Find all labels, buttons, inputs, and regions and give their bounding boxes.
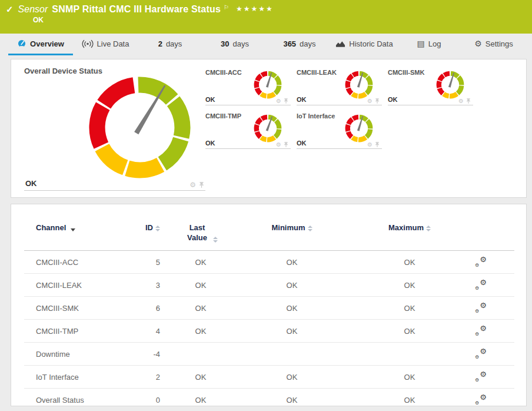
- tab-label: Live Data: [97, 39, 129, 48]
- status-check-icon: ✓: [6, 4, 14, 15]
- channel-maximum: OK: [351, 273, 468, 296]
- sensor-header: ✓ Sensor SNMP Rittal CMC III Hardware St…: [0, 0, 532, 34]
- channel-gauge: [435, 69, 466, 100]
- sort-arrows-icon: [213, 237, 218, 243]
- pin-icon[interactable]: [375, 98, 380, 104]
- channel-gauge-tile: CMCIII-SMK OK ⚙: [388, 68, 473, 105]
- channels-table: Channel ID Last Value: [24, 220, 514, 411]
- channel-name[interactable]: IoT Interface: [24, 365, 133, 388]
- gear-icon[interactable]: ⚙: [189, 181, 196, 188]
- page-title: SNMP Rittal CMC III Hardware Status: [52, 4, 221, 15]
- column-header-maximum[interactable]: Maximum: [351, 220, 468, 250]
- channel-gauges-grid: CMCIII-ACC OK ⚙ CMCIII-LEAK OK ⚙ CMCIII-…: [205, 68, 473, 149]
- tab-2-days[interactable]: 2 days: [138, 34, 202, 55]
- channel-settings-gears-icon[interactable]: ⚙⚙: [475, 349, 487, 358]
- flag-icon[interactable]: ⚐: [224, 4, 229, 11]
- table-row: CMCIII-LEAK 3 OK OK OK ⚙⚙: [24, 273, 514, 296]
- tab-365-days[interactable]: 365 days: [267, 34, 332, 55]
- tab-log[interactable]: ▤ Log: [397, 34, 461, 55]
- channel-minimum: OK: [233, 273, 351, 296]
- tab-30-days[interactable]: 30 days: [202, 34, 267, 55]
- channel-name[interactable]: Overall Status: [24, 388, 133, 411]
- channel-name[interactable]: CMCIII-ACC: [24, 250, 133, 273]
- tile-status: OK: [25, 179, 37, 188]
- gear-icon[interactable]: ⚙: [276, 142, 281, 148]
- channel-maximum: OK: [351, 250, 468, 273]
- channel-settings-gears-icon[interactable]: ⚙⚙: [475, 326, 487, 335]
- priority-stars[interactable]: ★★★★★: [236, 5, 274, 13]
- gear-icon[interactable]: ⚙: [276, 98, 281, 104]
- object-kind-label: Sensor: [18, 4, 48, 15]
- column-header-channel[interactable]: Channel: [24, 220, 133, 250]
- channel-settings-gears-icon[interactable]: ⚙⚙: [475, 280, 487, 289]
- table-row: CMCIII-ACC 5 OK OK OK ⚙⚙: [24, 250, 514, 273]
- column-label: ID: [145, 223, 153, 232]
- tab-label: Historic Data: [349, 39, 393, 48]
- tile-status: OK: [297, 96, 307, 103]
- channel-id: 3: [133, 273, 168, 296]
- channel-gauge: [344, 69, 374, 100]
- channels-table-panel: Channel ID Last Value: [11, 204, 527, 406]
- channel-last-value: OK: [168, 319, 233, 342]
- channel-settings-gears-icon[interactable]: ⚙⚙: [475, 257, 487, 266]
- pin-icon[interactable]: [284, 98, 288, 104]
- channel-settings-gears-icon[interactable]: ⚙⚙: [475, 303, 487, 312]
- tab-historic-data[interactable]: Historic Data: [332, 34, 397, 55]
- channel-id: 6: [133, 296, 168, 319]
- sort-arrows-icon: [308, 226, 312, 231]
- column-header-id[interactable]: ID: [133, 220, 168, 250]
- pin-icon[interactable]: [466, 98, 471, 104]
- tab-label: days: [300, 39, 315, 48]
- gear-icon[interactable]: ⚙: [458, 98, 464, 104]
- channel-last-value: OK: [168, 296, 233, 319]
- overall-status-tile: Overall Device Status OK ⚙: [24, 67, 205, 191]
- table-row: IoT Interface 2 OK OK OK ⚙⚙: [24, 365, 514, 388]
- tab-label: days: [166, 39, 182, 48]
- gear-icon[interactable]: ⚙: [367, 98, 373, 104]
- channel-last-value: [168, 342, 233, 365]
- channel-gauge: [252, 113, 283, 144]
- column-header-minimum[interactable]: Minimum: [233, 220, 351, 250]
- channel-maximum: [351, 342, 468, 365]
- tab-number: 365: [283, 39, 296, 48]
- pin-icon[interactable]: [284, 141, 288, 148]
- channel-gauge-tile: CMCIII-ACC OK ⚙: [205, 68, 291, 105]
- channel-gauge-tile: CMCIII-LEAK OK ⚙: [297, 68, 382, 105]
- channel-name[interactable]: Downtime: [24, 342, 133, 365]
- tab-live-data[interactable]: Live Data: [73, 34, 138, 55]
- channel-gauge-tile: IoT Interface OK ⚙: [297, 111, 382, 149]
- channel-minimum: [233, 342, 351, 365]
- channel-id: 2: [133, 365, 168, 388]
- tab-settings[interactable]: ⚙ Settings: [461, 34, 526, 55]
- channel-settings-gears-icon[interactable]: ⚙⚙: [475, 395, 487, 404]
- channel-name[interactable]: CMCIII-LEAK: [24, 273, 133, 296]
- column-header-actions: [468, 220, 514, 250]
- column-label: Channel: [36, 223, 66, 232]
- channel-name[interactable]: CMCIII-TMP: [24, 319, 133, 342]
- channel-minimum: OK: [233, 388, 351, 411]
- sort-arrows-icon: [426, 226, 431, 231]
- pin-icon[interactable]: [375, 141, 380, 148]
- gauge-icon: [17, 39, 26, 48]
- channel-maximum: OK: [351, 296, 468, 319]
- tile-status: OK: [205, 96, 215, 103]
- pin-icon[interactable]: [199, 181, 204, 188]
- channel-gauge-tile: CMCIII-TMP OK ⚙: [205, 111, 291, 149]
- tab-label: days: [233, 39, 249, 48]
- table-row: Downtime -4 ⚙⚙: [24, 342, 514, 365]
- prtg-sensor-page: ✓ Sensor SNMP Rittal CMC III Hardware St…: [0, 0, 532, 411]
- channel-last-value: OK: [168, 365, 233, 388]
- channel-minimum: OK: [233, 319, 351, 342]
- gear-icon: ⚙: [474, 39, 482, 48]
- column-header-last-value[interactable]: Last Value: [168, 220, 233, 250]
- column-label: Maximum: [388, 223, 424, 232]
- channel-last-value: OK: [168, 273, 233, 296]
- channel-settings-gears-icon[interactable]: ⚙⚙: [475, 372, 487, 381]
- channel-gauge: [252, 69, 283, 100]
- gear-icon[interactable]: ⚙: [367, 142, 373, 148]
- channel-name[interactable]: CMCIII-SMK: [24, 296, 133, 319]
- tab-number: 30: [221, 39, 229, 48]
- tile-status: OK: [388, 96, 398, 103]
- channel-id: 5: [133, 250, 168, 273]
- tab-overview[interactable]: Overview: [8, 34, 73, 55]
